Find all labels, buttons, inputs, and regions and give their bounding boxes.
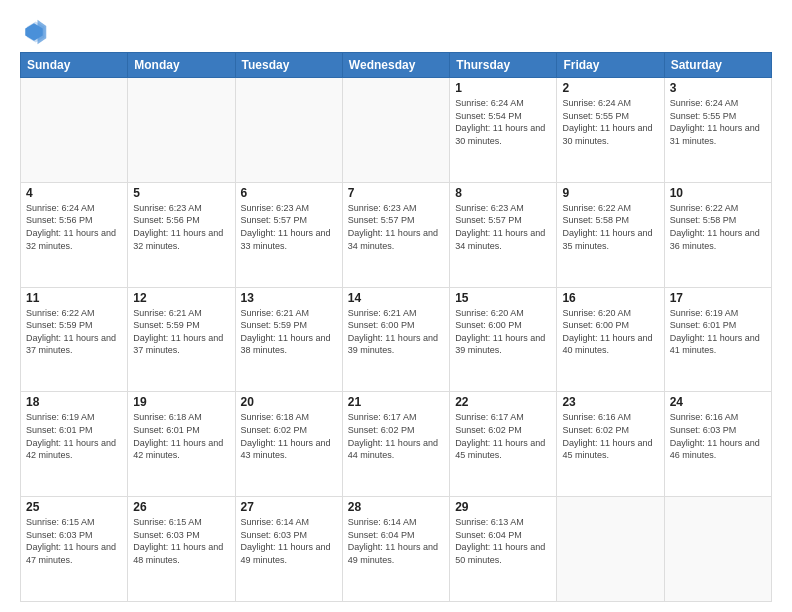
day-info: Sunrise: 6:24 AM Sunset: 5:55 PM Dayligh… [562,97,658,147]
day-info: Sunrise: 6:16 AM Sunset: 6:03 PM Dayligh… [670,411,766,461]
calendar-cell: 21Sunrise: 6:17 AM Sunset: 6:02 PM Dayli… [342,392,449,497]
day-number: 22 [455,395,551,409]
day-info: Sunrise: 6:21 AM Sunset: 5:59 PM Dayligh… [133,307,229,357]
calendar-cell: 5Sunrise: 6:23 AM Sunset: 5:56 PM Daylig… [128,182,235,287]
calendar-cell: 20Sunrise: 6:18 AM Sunset: 6:02 PM Dayli… [235,392,342,497]
day-info: Sunrise: 6:14 AM Sunset: 6:03 PM Dayligh… [241,516,337,566]
day-number: 12 [133,291,229,305]
day-info: Sunrise: 6:14 AM Sunset: 6:04 PM Dayligh… [348,516,444,566]
calendar-cell: 3Sunrise: 6:24 AM Sunset: 5:55 PM Daylig… [664,78,771,183]
day-number: 28 [348,500,444,514]
day-number: 11 [26,291,122,305]
calendar-cell: 4Sunrise: 6:24 AM Sunset: 5:56 PM Daylig… [21,182,128,287]
day-number: 10 [670,186,766,200]
calendar-cell: 23Sunrise: 6:16 AM Sunset: 6:02 PM Dayli… [557,392,664,497]
weekday-header-wednesday: Wednesday [342,53,449,78]
day-info: Sunrise: 6:23 AM Sunset: 5:57 PM Dayligh… [241,202,337,252]
calendar-week-1: 4Sunrise: 6:24 AM Sunset: 5:56 PM Daylig… [21,182,772,287]
day-info: Sunrise: 6:18 AM Sunset: 6:01 PM Dayligh… [133,411,229,461]
day-number: 27 [241,500,337,514]
calendar-week-4: 25Sunrise: 6:15 AM Sunset: 6:03 PM Dayli… [21,497,772,602]
calendar-cell: 14Sunrise: 6:21 AM Sunset: 6:00 PM Dayli… [342,287,449,392]
calendar-cell: 18Sunrise: 6:19 AM Sunset: 6:01 PM Dayli… [21,392,128,497]
calendar-cell: 16Sunrise: 6:20 AM Sunset: 6:00 PM Dayli… [557,287,664,392]
day-number: 19 [133,395,229,409]
day-number: 9 [562,186,658,200]
calendar-cell [664,497,771,602]
day-info: Sunrise: 6:23 AM Sunset: 5:57 PM Dayligh… [455,202,551,252]
day-number: 23 [562,395,658,409]
weekday-header-sunday: Sunday [21,53,128,78]
day-info: Sunrise: 6:15 AM Sunset: 6:03 PM Dayligh… [26,516,122,566]
logo [20,18,52,46]
calendar-cell: 7Sunrise: 6:23 AM Sunset: 5:57 PM Daylig… [342,182,449,287]
logo-icon [20,18,48,46]
calendar-cell [342,78,449,183]
day-number: 5 [133,186,229,200]
day-info: Sunrise: 6:20 AM Sunset: 6:00 PM Dayligh… [562,307,658,357]
day-number: 6 [241,186,337,200]
calendar-table: SundayMondayTuesdayWednesdayThursdayFrid… [20,52,772,602]
weekday-header-thursday: Thursday [450,53,557,78]
calendar-cell: 11Sunrise: 6:22 AM Sunset: 5:59 PM Dayli… [21,287,128,392]
day-number: 15 [455,291,551,305]
calendar-cell: 27Sunrise: 6:14 AM Sunset: 6:03 PM Dayli… [235,497,342,602]
day-info: Sunrise: 6:16 AM Sunset: 6:02 PM Dayligh… [562,411,658,461]
weekday-header-saturday: Saturday [664,53,771,78]
day-number: 25 [26,500,122,514]
calendar-week-0: 1Sunrise: 6:24 AM Sunset: 5:54 PM Daylig… [21,78,772,183]
day-info: Sunrise: 6:22 AM Sunset: 5:58 PM Dayligh… [670,202,766,252]
calendar-header-row: SundayMondayTuesdayWednesdayThursdayFrid… [21,53,772,78]
calendar-week-2: 11Sunrise: 6:22 AM Sunset: 5:59 PM Dayli… [21,287,772,392]
calendar-cell: 25Sunrise: 6:15 AM Sunset: 6:03 PM Dayli… [21,497,128,602]
day-info: Sunrise: 6:22 AM Sunset: 5:59 PM Dayligh… [26,307,122,357]
calendar-cell [128,78,235,183]
day-info: Sunrise: 6:24 AM Sunset: 5:54 PM Dayligh… [455,97,551,147]
day-number: 14 [348,291,444,305]
day-number: 18 [26,395,122,409]
day-info: Sunrise: 6:22 AM Sunset: 5:58 PM Dayligh… [562,202,658,252]
calendar-cell: 8Sunrise: 6:23 AM Sunset: 5:57 PM Daylig… [450,182,557,287]
day-info: Sunrise: 6:21 AM Sunset: 5:59 PM Dayligh… [241,307,337,357]
calendar-cell: 15Sunrise: 6:20 AM Sunset: 6:00 PM Dayli… [450,287,557,392]
day-info: Sunrise: 6:19 AM Sunset: 6:01 PM Dayligh… [670,307,766,357]
header [20,18,772,46]
calendar-cell: 13Sunrise: 6:21 AM Sunset: 5:59 PM Dayli… [235,287,342,392]
day-number: 24 [670,395,766,409]
day-info: Sunrise: 6:23 AM Sunset: 5:56 PM Dayligh… [133,202,229,252]
day-number: 26 [133,500,229,514]
calendar-cell: 12Sunrise: 6:21 AM Sunset: 5:59 PM Dayli… [128,287,235,392]
calendar-cell: 10Sunrise: 6:22 AM Sunset: 5:58 PM Dayli… [664,182,771,287]
page: SundayMondayTuesdayWednesdayThursdayFrid… [0,0,792,612]
weekday-header-tuesday: Tuesday [235,53,342,78]
calendar-cell: 19Sunrise: 6:18 AM Sunset: 6:01 PM Dayli… [128,392,235,497]
day-number: 21 [348,395,444,409]
day-number: 1 [455,81,551,95]
day-info: Sunrise: 6:18 AM Sunset: 6:02 PM Dayligh… [241,411,337,461]
calendar-cell: 6Sunrise: 6:23 AM Sunset: 5:57 PM Daylig… [235,182,342,287]
day-info: Sunrise: 6:19 AM Sunset: 6:01 PM Dayligh… [26,411,122,461]
weekday-header-monday: Monday [128,53,235,78]
day-info: Sunrise: 6:24 AM Sunset: 5:55 PM Dayligh… [670,97,766,147]
calendar-cell [21,78,128,183]
day-number: 16 [562,291,658,305]
calendar-cell: 2Sunrise: 6:24 AM Sunset: 5:55 PM Daylig… [557,78,664,183]
weekday-header-friday: Friday [557,53,664,78]
day-number: 3 [670,81,766,95]
day-number: 2 [562,81,658,95]
day-info: Sunrise: 6:20 AM Sunset: 6:00 PM Dayligh… [455,307,551,357]
day-info: Sunrise: 6:17 AM Sunset: 6:02 PM Dayligh… [455,411,551,461]
calendar-cell: 22Sunrise: 6:17 AM Sunset: 6:02 PM Dayli… [450,392,557,497]
calendar-cell: 17Sunrise: 6:19 AM Sunset: 6:01 PM Dayli… [664,287,771,392]
day-info: Sunrise: 6:24 AM Sunset: 5:56 PM Dayligh… [26,202,122,252]
calendar-cell: 24Sunrise: 6:16 AM Sunset: 6:03 PM Dayli… [664,392,771,497]
day-info: Sunrise: 6:17 AM Sunset: 6:02 PM Dayligh… [348,411,444,461]
calendar-cell: 28Sunrise: 6:14 AM Sunset: 6:04 PM Dayli… [342,497,449,602]
calendar-cell: 9Sunrise: 6:22 AM Sunset: 5:58 PM Daylig… [557,182,664,287]
day-number: 4 [26,186,122,200]
day-number: 29 [455,500,551,514]
day-info: Sunrise: 6:13 AM Sunset: 6:04 PM Dayligh… [455,516,551,566]
calendar-cell [557,497,664,602]
calendar-cell [235,78,342,183]
day-info: Sunrise: 6:21 AM Sunset: 6:00 PM Dayligh… [348,307,444,357]
